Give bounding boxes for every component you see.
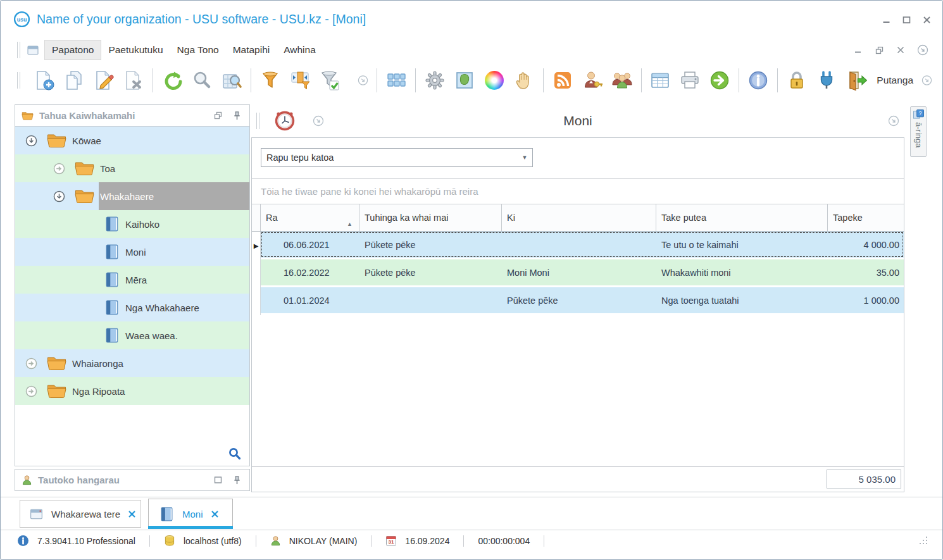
exit-door-button[interactable] bbox=[846, 69, 867, 92]
tab-moni[interactable]: Moni bbox=[148, 499, 233, 529]
filter-more-icon[interactable] bbox=[358, 75, 368, 86]
tab-whakarewa-tere[interactable]: Whakarewa tere bbox=[20, 500, 141, 528]
menu-item-papatono[interactable]: Papatono bbox=[44, 40, 101, 60]
panel-maximize-icon[interactable] bbox=[211, 475, 224, 486]
table-row[interactable]: 16.02.2022 Pūkete pēke Moni Moni Whakawh… bbox=[252, 259, 904, 287]
toolbar: Putanga bbox=[1, 63, 942, 98]
tree-item-kowae[interactable]: Kōwae bbox=[15, 127, 249, 154]
search-table-combobox[interactable]: Rapu tepu katoa ▼ bbox=[261, 148, 533, 167]
table-row[interactable]: ▶ 06.06.2021 Pūkete pēke Te utu o te kai… bbox=[252, 232, 904, 259]
doc-more-right-icon[interactable] bbox=[888, 115, 899, 127]
settings-gear-button[interactable] bbox=[424, 69, 446, 92]
status-user: NIKOLAY (MAIN) bbox=[270, 535, 358, 547]
collapse-icon[interactable] bbox=[53, 190, 65, 202]
mdi-restore-icon[interactable] bbox=[875, 46, 884, 55]
manual-side-tab[interactable]: ? ā-ringa bbox=[910, 106, 927, 157]
menu-item-paetukutuku[interactable]: Paetukutuku bbox=[101, 40, 170, 59]
drag-hand-button[interactable] bbox=[513, 69, 535, 92]
layout-grid-button[interactable] bbox=[385, 69, 407, 92]
tree-item-moni[interactable]: Moni bbox=[15, 238, 249, 266]
edit-record-button[interactable] bbox=[93, 69, 115, 92]
sort-asc-icon: ▲ bbox=[347, 221, 353, 227]
tree-item-nga-whakahaere[interactable]: Nga Whakahaere bbox=[15, 294, 249, 321]
menu-item-awhina[interactable]: Awhina bbox=[277, 40, 323, 59]
tree-item-waea-waea[interactable]: Waea waea. bbox=[15, 321, 249, 349]
tree-item-toa[interactable]: Toa bbox=[15, 154, 249, 182]
book-icon bbox=[159, 506, 175, 523]
copy-record-button[interactable] bbox=[63, 69, 85, 92]
delete-record-button[interactable] bbox=[123, 69, 144, 92]
person-icon bbox=[270, 535, 281, 547]
tree-empty-area bbox=[15, 405, 249, 466]
column-header-ki[interactable]: Ki bbox=[502, 204, 656, 231]
group-by-band[interactable]: Tōia he tīwae pane ki konei hei whakarōp… bbox=[252, 179, 904, 204]
active-tab-indicator bbox=[148, 526, 233, 529]
book-icon bbox=[104, 271, 120, 289]
maximize-button[interactable] bbox=[901, 15, 912, 25]
tab-close-icon[interactable] bbox=[128, 510, 136, 518]
panel-pin-icon[interactable] bbox=[230, 475, 243, 486]
lock-button[interactable] bbox=[786, 69, 808, 92]
window-form-icon bbox=[29, 507, 44, 521]
book-icon bbox=[104, 299, 120, 316]
info-button[interactable] bbox=[747, 69, 769, 92]
tree-item-mera[interactable]: Mēra bbox=[15, 266, 249, 294]
user-permissions-button[interactable] bbox=[582, 69, 603, 92]
column-header-tapeke[interactable]: Tapeke bbox=[828, 204, 904, 231]
menu-item-nga-tono[interactable]: Nga Tono bbox=[170, 40, 226, 59]
collapse-icon[interactable] bbox=[25, 135, 37, 147]
tree-item-whaiaronga[interactable]: Whaiaronga bbox=[15, 349, 249, 377]
column-header-tuhinga[interactable]: Tuhinga ka whai mai bbox=[359, 204, 502, 231]
exit-label[interactable]: Putanga bbox=[877, 75, 913, 86]
rss-feed-button[interactable] bbox=[552, 69, 573, 92]
toolbar-separator bbox=[739, 68, 739, 92]
expand-icon[interactable] bbox=[25, 385, 37, 397]
tree-item-whakahaere[interactable]: Whakahaere bbox=[15, 182, 249, 210]
filter-with-check-button[interactable] bbox=[319, 69, 340, 92]
tree-item-nga-ripoata[interactable]: Nga Ripoata bbox=[15, 377, 249, 405]
menubar-grip[interactable] bbox=[17, 42, 20, 58]
mdi-close-icon[interactable] bbox=[896, 46, 905, 54]
filter-button[interactable] bbox=[259, 69, 281, 92]
filter-by-selection-button[interactable] bbox=[289, 69, 311, 92]
table-row[interactable]: 01.01.2024 Pūkete pēke Nga toenga tuatah… bbox=[252, 287, 904, 315]
minimize-button[interactable] bbox=[881, 15, 892, 25]
menu-item-matapihi[interactable]: Matapihi bbox=[226, 40, 277, 59]
refresh-button[interactable] bbox=[161, 69, 183, 92]
panel-pin-icon[interactable] bbox=[230, 110, 243, 121]
new-record-button[interactable] bbox=[34, 69, 55, 92]
toolbar-grip[interactable] bbox=[17, 72, 20, 89]
mdi-more-icon[interactable] bbox=[917, 44, 928, 56]
search-button[interactable] bbox=[191, 69, 213, 92]
toolbar-more-icon[interactable] bbox=[921, 75, 932, 86]
chevron-down-icon[interactable]: ▼ bbox=[517, 154, 532, 161]
expand-icon[interactable] bbox=[53, 163, 65, 175]
column-header-ra[interactable]: Ra▲ bbox=[261, 204, 359, 231]
tree-item-kaihoko[interactable]: Kaihoko bbox=[15, 210, 249, 238]
resize-grip[interactable] bbox=[918, 535, 928, 545]
status-separator bbox=[371, 535, 372, 547]
table-view-button[interactable] bbox=[649, 69, 671, 92]
status-separator bbox=[463, 535, 464, 547]
help-book-icon: ? bbox=[913, 109, 925, 120]
mdi-minimize-icon[interactable] bbox=[854, 46, 863, 54]
map-button[interactable] bbox=[454, 69, 475, 92]
expand-icon[interactable] bbox=[25, 358, 37, 370]
column-header-take-putea[interactable]: Take putea bbox=[656, 204, 828, 231]
support-panel-header[interactable]: Tautoko hangarau bbox=[15, 469, 250, 491]
tree-search-icon[interactable] bbox=[228, 447, 241, 460]
print-button[interactable] bbox=[679, 69, 701, 92]
export-arrow-button[interactable] bbox=[709, 69, 730, 92]
panel-restore-icon[interactable] bbox=[211, 110, 224, 121]
search-in-table-button[interactable] bbox=[221, 69, 242, 92]
info-icon[interactable] bbox=[17, 535, 29, 547]
users-group-button[interactable] bbox=[611, 69, 633, 92]
plugin-button[interactable] bbox=[816, 69, 837, 92]
row-indicator-header bbox=[252, 204, 261, 231]
close-button[interactable] bbox=[921, 15, 932, 25]
folder-icon bbox=[74, 188, 95, 204]
color-wheel-button[interactable] bbox=[484, 69, 505, 92]
usu-logo-icon: usu bbox=[13, 11, 30, 28]
tab-close-icon[interactable] bbox=[211, 510, 219, 518]
book-icon bbox=[104, 327, 120, 344]
